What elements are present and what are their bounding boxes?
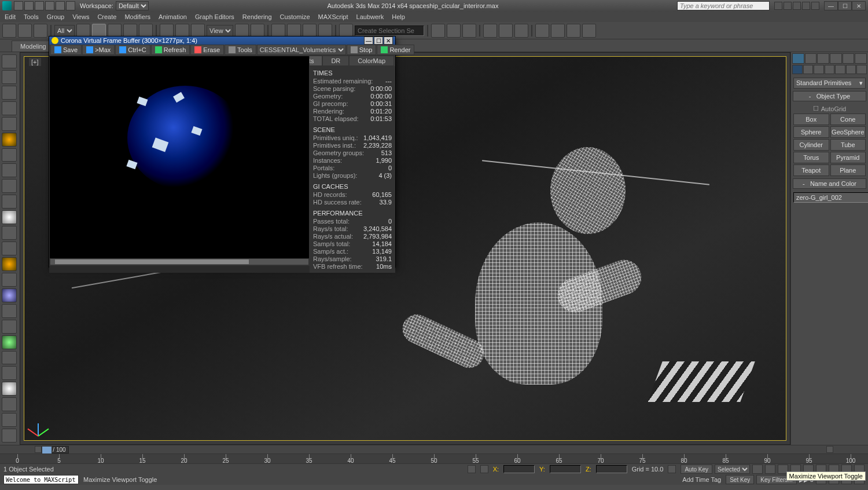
y-input[interactable] — [550, 465, 581, 473]
time-ruler[interactable]: 0510152025303540455055606570758085909510… — [0, 454, 868, 464]
render-setup-icon[interactable] — [535, 24, 549, 38]
teapot-render-icon[interactable] — [582, 24, 596, 38]
lt-icon-20[interactable] — [2, 351, 17, 365]
exchange-icon[interactable] — [784, 2, 792, 10]
prim-sphere[interactable]: Sphere — [793, 126, 829, 138]
vfb-tools-button[interactable]: Tools — [225, 45, 256, 55]
object-type-header[interactable]: - Object Type — [793, 91, 866, 101]
lt-icon-7[interactable] — [2, 148, 17, 162]
key-mode-select[interactable]: Selected — [715, 465, 750, 474]
rotate-icon[interactable] — [175, 24, 189, 38]
menu-help[interactable]: Help — [392, 13, 405, 20]
goto-start-icon[interactable] — [752, 465, 763, 474]
lt-icon-23[interactable] — [2, 397, 17, 411]
setkey-button[interactable]: Set Key — [726, 475, 754, 484]
time-slider[interactable] — [42, 446, 52, 454]
lt-icon-1[interactable] — [2, 54, 17, 68]
minimize-button[interactable]: — — [824, 1, 838, 10]
maxscript-listener[interactable] — [3, 475, 79, 484]
object-name-input[interactable] — [793, 192, 868, 203]
create-tab-icon[interactable] — [792, 53, 804, 64]
vfb-render-button[interactable]: Render — [377, 45, 414, 55]
lt-sun-icon[interactable] — [2, 257, 17, 271]
menu-modifiers[interactable]: Modifiers — [124, 13, 150, 20]
menu-views[interactable]: Views — [72, 13, 89, 20]
close-button[interactable]: ✕ — [852, 1, 866, 10]
menu-laubwerk[interactable]: Laubwerk — [356, 13, 384, 20]
window-crossing-icon[interactable] — [123, 24, 137, 38]
link-icon[interactable] — [66, 1, 75, 10]
prim-cone[interactable]: Cone — [830, 114, 866, 125]
select-name-icon[interactable] — [92, 24, 106, 38]
named-sel-icon[interactable] — [339, 24, 353, 38]
lt-icon-2[interactable] — [2, 70, 17, 84]
menu-animation[interactable]: Animation — [159, 13, 187, 20]
motion-tab-icon[interactable] — [830, 53, 842, 64]
vfb-tab-stats[interactable]: Stats — [310, 56, 322, 66]
help-search-input[interactable] — [677, 1, 770, 10]
open-icon[interactable] — [24, 1, 34, 10]
menu-grapheditors[interactable]: Graph Editors — [195, 13, 234, 20]
lt-icon-5[interactable] — [2, 117, 17, 131]
scale-icon[interactable] — [191, 24, 205, 38]
lock-icon[interactable] — [468, 465, 476, 473]
helpers-cat-icon[interactable] — [835, 65, 845, 74]
vfb-erase-button[interactable]: Erase — [190, 45, 224, 55]
abs-rel-icon[interactable] — [480, 465, 488, 473]
lt-icon-8[interactable] — [2, 163, 17, 177]
material-editor-icon[interactable] — [514, 24, 528, 38]
percent-snap-icon[interactable] — [303, 24, 317, 38]
lt-icon-9[interactable] — [2, 179, 17, 193]
layers-icon[interactable] — [462, 24, 476, 38]
vfb-h-scrollbar[interactable] — [50, 258, 309, 265]
timeline-left-arrow-icon[interactable] — [35, 446, 42, 453]
snap-toggle-icon[interactable] — [271, 24, 285, 38]
viewport-label[interactable]: [+] — [29, 58, 41, 66]
lt-grass-icon[interactable] — [2, 335, 17, 349]
angle-snap-icon[interactable] — [287, 24, 301, 38]
lights-cat-icon[interactable] — [814, 65, 824, 74]
lt-icon-17[interactable] — [2, 304, 17, 318]
new-icon[interactable] — [14, 1, 23, 10]
menu-group[interactable]: Group — [47, 13, 65, 20]
mirror-icon[interactable] — [431, 24, 445, 38]
schematic-icon[interactable] — [499, 24, 513, 38]
select-object-icon[interactable] — [76, 24, 90, 38]
prev-frame-icon[interactable] — [765, 465, 775, 474]
primitive-category-select[interactable]: Standard Primitives▾ — [793, 78, 866, 89]
prim-teapot[interactable]: Teapot — [793, 164, 829, 176]
vfb-tomax-button[interactable]: >Max — [82, 45, 115, 55]
vfb-render-view[interactable] — [49, 56, 310, 266]
key-icon[interactable] — [668, 465, 676, 473]
lt-icon-12[interactable] — [2, 226, 17, 240]
menu-tools[interactable]: Tools — [24, 13, 39, 20]
vfb-copy-button[interactable]: Ctrl+C — [115, 45, 150, 55]
undo-icon[interactable] — [45, 1, 54, 10]
rendered-frame-icon[interactable] — [551, 24, 565, 38]
menu-edit[interactable]: Edit — [5, 13, 16, 20]
signin-icon[interactable] — [774, 2, 782, 10]
named-selection-input[interactable] — [355, 25, 424, 36]
geometry-cat-icon[interactable] — [792, 65, 803, 74]
corona-vfb-window[interactable]: Corona Virtual Frame Buffer (3000×1277px… — [49, 36, 396, 268]
vfb-tab-dr[interactable]: DR — [322, 56, 349, 66]
cameras-cat-icon[interactable] — [825, 65, 835, 74]
prim-cylinder[interactable]: Cylinder — [793, 139, 829, 151]
pivot-icon[interactable] — [235, 24, 249, 38]
lt-icon-18[interactable] — [2, 320, 17, 334]
help-icon[interactable] — [811, 2, 819, 10]
lt-help-icon[interactable] — [2, 429, 17, 443]
modify-tab-icon[interactable] — [805, 53, 817, 64]
lt-icon-4[interactable] — [2, 101, 17, 115]
x-input[interactable] — [503, 465, 535, 473]
lt-sphere-icon[interactable] — [2, 210, 17, 224]
prim-tube[interactable]: Tube — [830, 139, 866, 151]
paint-select-icon[interactable] — [139, 24, 153, 38]
maximize-button[interactable]: ☐ — [838, 1, 852, 10]
prim-pyramid[interactable]: Pyramid — [830, 152, 866, 163]
vfb-close-button[interactable]: ✕ — [384, 36, 393, 45]
lt-icon-3[interactable] — [2, 86, 17, 100]
lt-icon-13[interactable] — [2, 242, 17, 255]
display-tab-icon[interactable] — [843, 53, 855, 64]
vfb-stop-button[interactable]: Stop — [347, 45, 377, 55]
